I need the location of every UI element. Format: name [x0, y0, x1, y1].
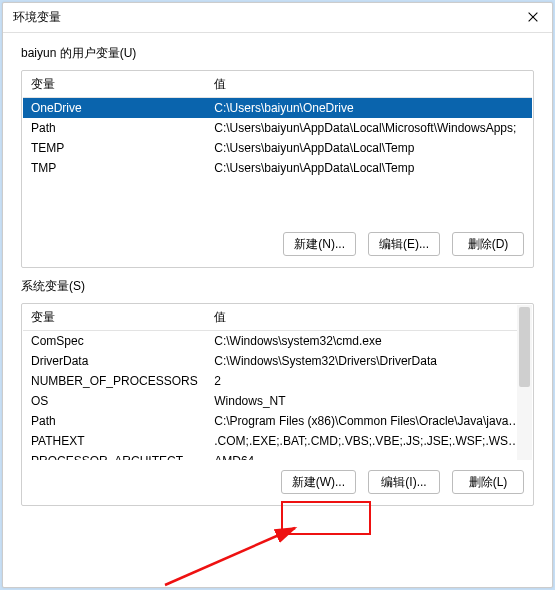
table-row[interactable]: NUMBER_OF_PROCESSORS2: [23, 371, 532, 391]
user-vars-group: 变量 值 OneDriveC:\Users\baiyun\OneDrive Pa…: [21, 70, 534, 268]
col-header-val[interactable]: 值: [206, 72, 532, 98]
user-vars-label: baiyun 的用户变量(U): [21, 45, 534, 62]
system-vars-table: 变量 值 ComSpecC:\Windows\system32\cmd.exe …: [23, 305, 532, 460]
user-vars-table: 变量 值 OneDriveC:\Users\baiyun\OneDrive Pa…: [23, 72, 532, 178]
table-row[interactable]: TEMPC:\Users\baiyun\AppData\Local\Temp: [23, 138, 532, 158]
table-row[interactable]: PATHEXT.COM;.EXE;.BAT;.CMD;.VBS;.VBE;.JS…: [23, 431, 532, 451]
close-icon[interactable]: [526, 10, 542, 26]
system-vars-table-wrap[interactable]: 变量 值 ComSpecC:\Windows\system32\cmd.exe …: [23, 305, 532, 460]
new-system-var-button[interactable]: 新建(W)...: [281, 470, 356, 494]
edit-user-var-button[interactable]: 编辑(E)...: [368, 232, 440, 256]
delete-system-var-button[interactable]: 删除(L): [452, 470, 524, 494]
table-row[interactable]: OSWindows_NT: [23, 391, 532, 411]
edit-system-var-button[interactable]: 编辑(I)...: [368, 470, 440, 494]
table-row[interactable]: PROCESSOR_ARCHITECT...AMD64: [23, 451, 532, 460]
new-user-var-button[interactable]: 新建(N)...: [283, 232, 356, 256]
col-header-var[interactable]: 变量: [23, 72, 206, 98]
system-vars-label: 系统变量(S): [21, 278, 534, 295]
col-header-var[interactable]: 变量: [23, 305, 206, 331]
table-row[interactable]: DriverDataC:\Windows\System32\Drivers\Dr…: [23, 351, 532, 371]
table-row[interactable]: PathC:\Program Files (x86)\Common Files\…: [23, 411, 532, 431]
user-vars-table-wrap[interactable]: 变量 值 OneDriveC:\Users\baiyun\OneDrive Pa…: [23, 72, 532, 222]
table-row[interactable]: OneDriveC:\Users\baiyun\OneDrive: [23, 98, 532, 119]
system-buttons-row: 新建(W)... 编辑(I)... 删除(L): [23, 460, 532, 504]
titlebar: 环境变量: [3, 3, 552, 33]
system-vars-group: 变量 值 ComSpecC:\Windows\system32\cmd.exe …: [21, 303, 534, 506]
col-header-val[interactable]: 值: [206, 305, 532, 331]
scrollbar[interactable]: [517, 305, 532, 460]
table-row[interactable]: TMPC:\Users\baiyun\AppData\Local\Temp: [23, 158, 532, 178]
table-row[interactable]: PathC:\Users\baiyun\AppData\Local\Micros…: [23, 118, 532, 138]
scrollbar-thumb[interactable]: [519, 307, 530, 387]
user-buttons-row: 新建(N)... 编辑(E)... 删除(D): [23, 222, 532, 266]
env-vars-dialog: 环境变量 baiyun 的用户变量(U) 变量 值 OneDriveC:\Use…: [2, 2, 553, 588]
delete-user-var-button[interactable]: 删除(D): [452, 232, 524, 256]
table-row[interactable]: ComSpecC:\Windows\system32\cmd.exe: [23, 331, 532, 352]
dialog-title: 环境变量: [13, 9, 61, 26]
dialog-content: baiyun 的用户变量(U) 变量 值 OneDriveC:\Users\ba…: [3, 33, 552, 587]
